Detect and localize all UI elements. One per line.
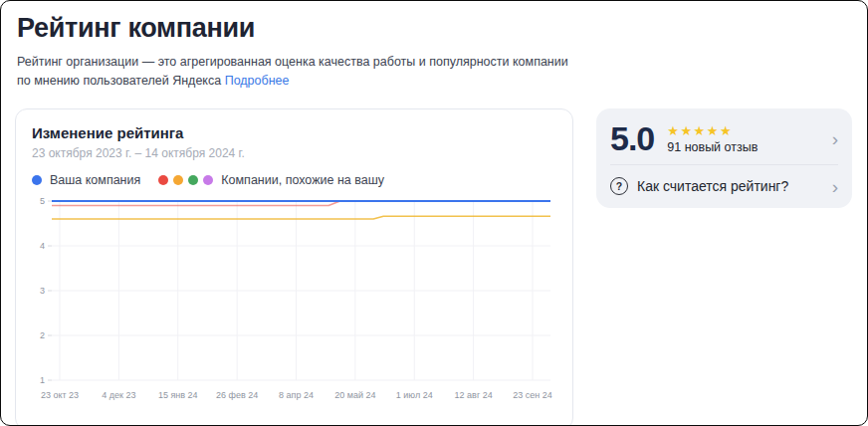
content-row: Изменение рейтинга 23 октября 2023 г. – … <box>15 108 851 426</box>
page-description-text: Рейтинг организации — это агрегированная… <box>17 55 568 88</box>
new-reviews-count: 91 новый отзыв <box>667 140 831 154</box>
rating-summary-panel: 5.0 ★★★★★ 91 новый отзыв › ? Как считает… <box>596 108 852 208</box>
chevron-right-icon: › <box>832 129 838 148</box>
how-rating-works-label: Как считается рейтинг? <box>637 178 832 194</box>
chart-title: Изменение рейтинга <box>32 124 556 141</box>
svg-text:20 май 24: 20 май 24 <box>334 390 375 400</box>
svg-text:15 янв 24: 15 янв 24 <box>158 390 198 400</box>
rating-score: 5.0 <box>610 119 654 158</box>
rating-summary-row[interactable]: 5.0 ★★★★★ 91 новый отзыв › <box>610 108 838 165</box>
rating-chart-card: Изменение рейтинга 23 октября 2023 г. – … <box>15 108 573 426</box>
legend-similar-companies: Компании, похожие на вашу <box>158 173 384 187</box>
svg-text:4: 4 <box>40 241 45 251</box>
legend-similar-companies-label: Компании, похожие на вашу <box>221 173 384 187</box>
page-title: Рейтинг компании <box>17 13 851 44</box>
chevron-right-icon: › <box>832 177 838 196</box>
svg-text:2: 2 <box>40 330 45 340</box>
legend-dots-similar-companies-icon <box>158 175 213 185</box>
svg-text:5: 5 <box>40 196 45 206</box>
svg-text:26 фев 24: 26 фев 24 <box>216 390 258 400</box>
svg-text:12 авг 24: 12 авг 24 <box>455 390 493 400</box>
legend-dot-your-company-icon <box>32 175 42 185</box>
rating-line-chart[interactable]: 1234523 окт 234 дек 2315 янв 2426 фев 24… <box>32 193 556 406</box>
legend-your-company: Ваша компания <box>32 173 140 187</box>
chart-legend: Ваша компания Компании, похожие на вашу <box>32 173 556 187</box>
svg-text:3: 3 <box>40 286 45 296</box>
question-icon: ? <box>610 177 628 195</box>
chart-date-range: 23 октября 2023 г. – 14 октября 2024 г. <box>32 146 556 160</box>
rating-score-details: ★★★★★ 91 новый отзыв <box>667 124 831 154</box>
page-description: Рейтинг организации — это агрегированная… <box>17 53 570 92</box>
svg-text:1 июл 24: 1 июл 24 <box>396 390 433 400</box>
svg-text:23 сен 24: 23 сен 24 <box>513 390 552 400</box>
rating-page: Рейтинг компании Рейтинг организации — э… <box>0 0 868 426</box>
legend-your-company-label: Ваша компания <box>50 173 140 187</box>
how-rating-works-row[interactable]: ? Как считается рейтинг? › <box>610 165 838 208</box>
svg-text:23 окт 23: 23 окт 23 <box>41 390 79 400</box>
svg-text:8 апр 24: 8 апр 24 <box>279 390 314 400</box>
details-link[interactable]: Подробнее <box>225 74 290 88</box>
svg-text:4 дек 23: 4 дек 23 <box>102 390 135 400</box>
rating-stars-icon: ★★★★★ <box>667 124 831 137</box>
svg-text:1: 1 <box>40 375 45 385</box>
